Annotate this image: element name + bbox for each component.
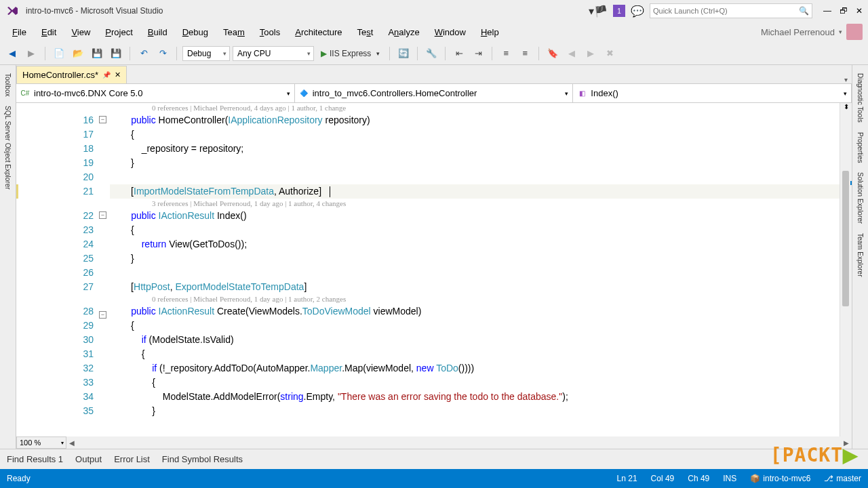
menu-file[interactable]: File xyxy=(5,25,33,39)
code-body[interactable]: 0 references | Michael Perrenoud, 4 days… xyxy=(110,103,840,436)
tab-label: HomeController.cs* xyxy=(22,70,98,80)
horizontal-scrollbar[interactable]: 100 % ◀ ▶ xyxy=(16,436,852,449)
undo-button[interactable]: ↶ xyxy=(136,45,152,62)
scroll-thumb[interactable] xyxy=(842,171,849,306)
save-button[interactable]: 💾 xyxy=(89,45,105,62)
clear-bookmark-button[interactable]: ✖ xyxy=(601,45,618,62)
close-button[interactable]: ✕ xyxy=(856,6,863,16)
project-dropdown[interactable]: C# intro-to-mvc6.DNX Core 5.0 xyxy=(16,84,295,102)
menu-analyze[interactable]: Analyze xyxy=(381,25,426,39)
diagnostic-tab[interactable]: Diagnostic Tools xyxy=(855,69,865,127)
status-branch[interactable]: ⎇master xyxy=(824,474,861,483)
status-project[interactable]: 📦intro-to-mvc6 xyxy=(750,474,810,483)
vertical-scrollbar[interactable]: ⬍ xyxy=(840,103,852,436)
fold-button[interactable]: − xyxy=(99,211,106,219)
text-cursor xyxy=(330,186,330,197)
fold-button[interactable]: − xyxy=(99,116,106,123)
quick-launch[interactable]: 🔍 xyxy=(650,3,812,18)
platform-dropdown[interactable]: Any CPU xyxy=(233,46,314,61)
redo-button[interactable]: ↷ xyxy=(155,45,171,62)
titlebar: intro-to-mvc6 - Microsoft Visual Studio … xyxy=(0,0,868,22)
status-ins: INS xyxy=(723,474,736,483)
class-icon: 🔷 xyxy=(299,89,309,98)
notification-badge[interactable]: 1 xyxy=(613,5,625,17)
error-list-tab[interactable]: Error List xyxy=(114,454,150,464)
prev-bookmark-button[interactable]: ◀ xyxy=(564,45,580,62)
find-symbol-tab[interactable]: Find Symbol Results xyxy=(162,454,243,464)
menu-view[interactable]: View xyxy=(64,25,97,39)
comment-button[interactable]: ≡ xyxy=(498,45,514,62)
find-results-tab[interactable]: Find Results 1 xyxy=(7,454,63,464)
menu-tools[interactable]: Tools xyxy=(253,25,287,39)
search-icon[interactable]: 🔍 xyxy=(799,6,809,16)
document-tabs: HomeController.cs* 📌 ✕ ▾ xyxy=(16,65,852,84)
quick-launch-input[interactable] xyxy=(653,7,799,15)
feedback-icon[interactable]: 💬 xyxy=(631,5,644,18)
nav-back-button[interactable]: ◀ xyxy=(4,45,20,62)
codelens[interactable]: 0 references | Michael Perrenoud, 1 day … xyxy=(110,294,840,304)
next-bookmark-button[interactable]: ▶ xyxy=(583,45,599,62)
save-all-button[interactable]: 💾 xyxy=(108,45,124,62)
open-button[interactable]: 📂 xyxy=(70,45,86,62)
menu-window[interactable]: Window xyxy=(428,25,473,39)
tab-overflow-button[interactable]: ▾ xyxy=(840,76,852,83)
nav-bar: C# intro-to-mvc6.DNX Core 5.0 🔷 intro_to… xyxy=(16,84,852,103)
indent-out-button[interactable]: ⇤ xyxy=(451,45,467,62)
config-dropdown[interactable]: Debug xyxy=(182,46,230,61)
menu-architecture[interactable]: Architecture xyxy=(288,25,349,39)
zoom-dropdown[interactable]: 100 % xyxy=(16,436,66,449)
watermark: [PACKT▶ xyxy=(770,444,859,466)
editor-area: HomeController.cs* 📌 ✕ ▾ C# intro-to-mvc… xyxy=(16,65,852,449)
toolbar: ◀ ▶ 📄 📂 💾 💾 ↶ ↷ Debug Any CPU ▶IIS Expre… xyxy=(0,42,868,65)
fold-button[interactable]: − xyxy=(99,311,106,319)
status-line: Ln 21 xyxy=(617,474,637,483)
right-dock: Diagnostic Tools Properties Solution Exp… xyxy=(852,65,868,449)
browser-link-button[interactable]: 🔄 xyxy=(395,45,412,62)
menu-debug[interactable]: Debug xyxy=(176,25,215,39)
menu-project[interactable]: Project xyxy=(98,25,139,39)
menu-build[interactable]: Build xyxy=(141,25,174,39)
user-name[interactable]: Michael Perrenoud xyxy=(761,27,835,37)
scroll-left-button[interactable]: ◀ xyxy=(66,439,77,447)
member-dropdown[interactable]: ◧ Index() xyxy=(573,84,852,102)
csharp-icon: C# xyxy=(20,89,30,98)
nav-fwd-button[interactable]: ▶ xyxy=(23,45,39,62)
pin-icon[interactable]: 📌 xyxy=(102,71,111,79)
new-project-button[interactable]: 📄 xyxy=(51,45,67,62)
codelens[interactable]: 3 references | Michael Perrenoud, 1 day … xyxy=(110,199,840,209)
bottom-panel-tabs: Find Results 1 Output Error List Find Sy… xyxy=(0,449,868,469)
avatar[interactable] xyxy=(846,24,863,40)
codelens[interactable]: 0 references | Michael Perrenoud, 4 days… xyxy=(110,103,840,113)
run-button[interactable]: ▶IIS Express▾ xyxy=(317,49,384,58)
status-ready: Ready xyxy=(7,474,31,483)
minimize-button[interactable]: — xyxy=(823,6,831,16)
split-icon[interactable]: ⬍ xyxy=(840,103,852,114)
menu-test[interactable]: Test xyxy=(351,25,380,39)
method-icon: ◧ xyxy=(577,89,587,98)
menu-edit[interactable]: Edit xyxy=(35,25,63,39)
caret-marker xyxy=(850,181,852,185)
document-tab[interactable]: HomeController.cs* 📌 ✕ xyxy=(16,66,127,83)
bookmark-button[interactable]: 🔖 xyxy=(545,45,561,62)
status-col: Col 49 xyxy=(651,474,675,483)
line-gutter: 16 17 18 19 20 21 22 23 24 25 26 27 28 2… xyxy=(16,103,98,436)
class-dropdown[interactable]: 🔷 intro_to_mvc6.Controllers.HomeControll… xyxy=(295,84,574,102)
left-dock: Toolbox SQL Server Object Explorer xyxy=(0,65,16,449)
flag-icon[interactable]: ▾🏴 xyxy=(589,5,608,18)
indent-in-button[interactable]: ⇥ xyxy=(470,45,486,62)
window-title: intro-to-mvc6 - Microsoft Visual Studio xyxy=(26,6,163,16)
team-explorer-tab[interactable]: Team Explorer xyxy=(855,229,865,281)
code-editor[interactable]: 16 17 18 19 20 21 22 23 24 25 26 27 28 2… xyxy=(16,103,852,436)
solution-explorer-tab[interactable]: Solution Explorer xyxy=(855,168,865,228)
menu-help[interactable]: Help xyxy=(474,25,506,39)
uncomment-button[interactable]: ≡ xyxy=(517,45,533,62)
output-tab[interactable]: Output xyxy=(75,454,102,464)
toolbox-tab[interactable]: Toolbox xyxy=(3,69,13,100)
sql-explorer-tab[interactable]: SQL Server Object Explorer xyxy=(3,102,13,194)
properties-tab[interactable]: Properties xyxy=(855,128,865,167)
restore-button[interactable]: 🗗 xyxy=(840,6,848,16)
tool-button[interactable]: 🔧 xyxy=(423,45,439,62)
close-tab-button[interactable]: ✕ xyxy=(115,70,121,79)
menu-team[interactable]: Team xyxy=(216,25,252,39)
statusbar: Ready Ln 21 Col 49 Ch 49 INS 📦intro-to-m… xyxy=(0,469,868,488)
